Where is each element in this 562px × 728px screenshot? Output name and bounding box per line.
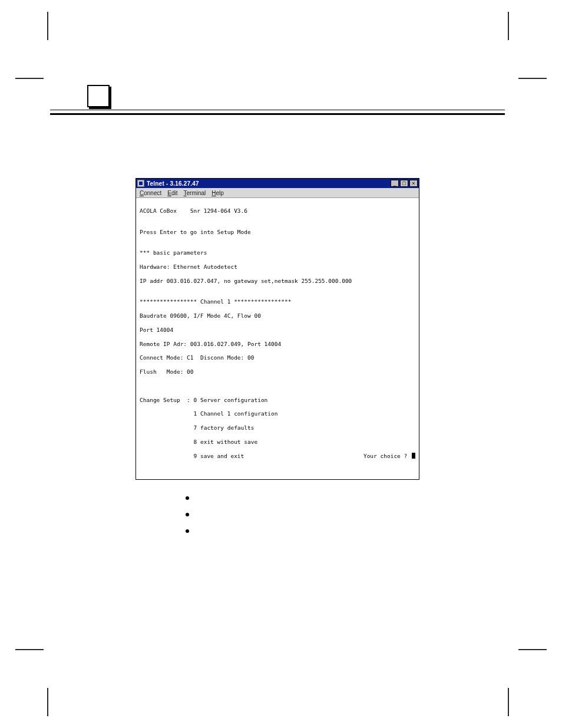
crop-mark: [518, 78, 547, 79]
term-line: Press Enter to go into Setup Mode: [140, 229, 415, 236]
term-line: 8 exit without save: [140, 439, 415, 446]
term-line: Flush Mode: 00: [140, 368, 415, 375]
term-line: Baudrate 09600, I/F Mode 4C, Flow 00: [140, 312, 415, 319]
term-line: 1 Channel 1 configuration: [140, 410, 415, 417]
header-rule-thin: [50, 110, 505, 110]
window-title: Telnet - 3.16.27.47: [147, 180, 391, 187]
menu-connect[interactable]: Connect: [140, 190, 161, 196]
list-item: [186, 512, 505, 518]
maximize-button[interactable]: □: [400, 180, 408, 187]
term-line: ACOLA CoBox Snr 1294-064 V3.6: [140, 207, 415, 215]
term-line-left: 9 save and exit: [140, 453, 244, 460]
crop-mark: [508, 12, 509, 40]
close-button[interactable]: ×: [409, 180, 418, 187]
term-line: Hardware: Ethernet Autodetect: [140, 263, 415, 271]
term-line: ***************** Channel 1 ************…: [140, 298, 415, 305]
term-line: *** basic parameters: [140, 249, 415, 256]
titlebar: Telnet - 3.16.27.47 _ □ ×: [136, 179, 419, 188]
menu-help-rest: elp: [216, 190, 224, 196]
telnet-window: Telnet - 3.16.27.47 _ □ × Connect Edit T…: [135, 178, 419, 480]
menubar: Connect Edit Terminal Help: [136, 188, 419, 198]
menu-terminal[interactable]: Terminal: [184, 190, 206, 196]
term-line: 7 factory defaults: [140, 424, 415, 431]
crop-mark: [47, 688, 48, 716]
term-prompt-text: Your choice ?: [363, 453, 411, 460]
app-icon: [137, 180, 144, 187]
bullet-list: [186, 495, 505, 534]
cursor-icon: [412, 453, 415, 459]
crop-mark: [15, 649, 44, 650]
term-line: Connect Mode: C1 Disconn Mode: 00: [140, 354, 415, 361]
menu-connect-rest: onnect: [144, 190, 161, 196]
crop-mark: [47, 12, 48, 40]
minimize-button[interactable]: _: [391, 180, 399, 187]
term-prompt[interactable]: Your choice ?: [363, 453, 415, 460]
term-line: Remote IP Adr: 003.016.027.049, Port 140…: [140, 341, 415, 348]
crop-mark: [15, 78, 44, 79]
list-item: [186, 528, 505, 534]
crop-mark: [518, 649, 547, 650]
chapter-marker: [87, 85, 110, 107]
term-line-prompt: 9 save and exit Your choice ?: [140, 453, 415, 460]
menu-edit[interactable]: Edit: [167, 190, 177, 196]
menu-help[interactable]: Help: [211, 190, 224, 196]
term-line: Port 14004: [140, 327, 415, 334]
list-item: [186, 495, 505, 501]
terminal-output: ACOLA CoBox Snr 1294-064 V3.6 Press Ente…: [136, 198, 419, 479]
header-rule: [50, 113, 505, 115]
term-line: Change Setup : 0 Server configuration: [140, 397, 415, 404]
page-header: [47, 37, 508, 107]
menu-edit-rest: dit: [171, 190, 178, 196]
menu-terminal-rest: erminal: [187, 190, 206, 196]
term-line: IP addr 003.016.027.047, no gateway set,…: [140, 278, 415, 285]
crop-mark: [508, 688, 509, 716]
